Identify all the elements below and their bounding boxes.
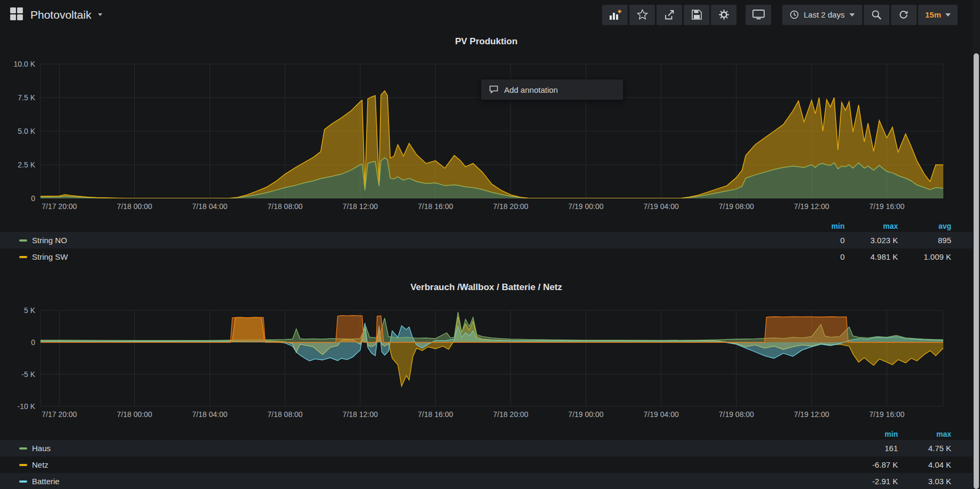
series-name[interactable]: String NO — [32, 236, 67, 245]
series-max: 4.04 K — [898, 460, 951, 469]
navbar-left: Photovoltaik — [10, 7, 102, 23]
svg-text:0: 0 — [31, 338, 35, 347]
svg-text:7/17 20:00: 7/17 20:00 — [42, 202, 77, 211]
svg-text:0: 0 — [31, 194, 35, 203]
panel-title-verbrauch[interactable]: Verbrauch /Wallbox / Batterie / Netz — [0, 282, 973, 293]
series-swatch — [19, 480, 27, 483]
settings-button[interactable] — [711, 5, 736, 25]
series-min: -2.91 K — [845, 477, 898, 486]
save-icon — [692, 10, 702, 20]
svg-text:7/19 12:00: 7/19 12:00 — [794, 202, 829, 211]
svg-text:7/18 08:00: 7/18 08:00 — [268, 410, 303, 419]
legend-row-string-no: String NO 0 3.023 K 895 — [0, 232, 973, 248]
svg-text:7/19 12:00: 7/19 12:00 — [794, 410, 829, 419]
svg-text:2.5 K: 2.5 K — [18, 161, 35, 169]
scrollbar-thumb[interactable] — [974, 53, 979, 489]
scrollbar-track — [973, 0, 980, 489]
series-max: 4.981 K — [845, 252, 898, 261]
legend-row-string-sw: String SW 0 4.981 K 1.009 K — [0, 248, 973, 265]
refresh-interval-caret-icon — [945, 13, 951, 17]
add-annotation-label: Add annotation — [504, 85, 558, 94]
legend-col-min[interactable]: min — [845, 430, 898, 438]
legend-col-min[interactable]: min — [791, 222, 845, 230]
zoom-out-button[interactable] — [864, 5, 889, 25]
time-range-label: Last 2 days — [804, 10, 845, 19]
legend-row-netz: Netz -6.87 K 4.04 K — [0, 456, 973, 473]
svg-text:7/19 16:00: 7/19 16:00 — [869, 202, 904, 211]
title-caret-icon[interactable] — [98, 13, 102, 16]
tv-mode-button[interactable] — [746, 5, 771, 25]
svg-text:5.0 K: 5.0 K — [18, 127, 35, 135]
svg-text:10.0 K: 10.0 K — [14, 60, 36, 68]
svg-text:7/18 08:00: 7/18 08:00 — [268, 202, 303, 211]
dashboard-grid-icon[interactable] — [10, 7, 23, 23]
svg-text:7/19 00:00: 7/19 00:00 — [568, 202, 603, 211]
refresh-icon — [898, 10, 909, 20]
svg-text:7/18 16:00: 7/18 16:00 — [418, 202, 453, 211]
monitor-icon — [752, 10, 765, 20]
svg-text:7.5 K: 7.5 K — [18, 93, 35, 102]
svg-text:7/18 12:00: 7/18 12:00 — [343, 410, 378, 419]
svg-text:7/19 00:00: 7/19 00:00 — [568, 410, 603, 419]
legend-header: min max — [0, 428, 973, 440]
clock-icon — [790, 10, 799, 19]
series-name[interactable]: String SW — [32, 252, 68, 261]
legend-col-max[interactable]: max — [845, 222, 898, 230]
verbrauch-chart[interactable]: 7/17 20:007/18 00:007/18 04:007/18 08:00… — [0, 296, 973, 426]
series-swatch — [19, 464, 27, 466]
legend-row-haus: Haus 161 4.75 K — [0, 440, 973, 456]
series-avg: 895 — [898, 236, 951, 245]
refresh-button[interactable] — [891, 5, 917, 25]
add-annotation-menu-item[interactable]: Add annotation — [481, 79, 623, 100]
svg-text:7/17 20:00: 7/17 20:00 — [42, 410, 77, 419]
save-button[interactable] — [684, 5, 709, 25]
magnifier-icon — [871, 10, 882, 20]
dashboard-title[interactable]: Photovoltaik — [30, 9, 91, 21]
svg-text:7/18 16:00: 7/18 16:00 — [418, 410, 453, 419]
series-max: 4.75 K — [898, 444, 951, 453]
series-avg: 1.009 K — [898, 252, 951, 261]
grafana-dashboard: Photovoltaik — [0, 0, 980, 489]
pv-produktion-chart[interactable]: 7/17 20:007/18 00:007/18 04:007/18 08:00… — [0, 47, 973, 219]
svg-text:7/19 08:00: 7/19 08:00 — [719, 410, 754, 419]
series-name[interactable]: Netz — [32, 460, 48, 469]
svg-text:7/18 20:00: 7/18 20:00 — [493, 202, 528, 211]
series-swatch — [19, 239, 27, 242]
svg-text:7/19 08:00: 7/19 08:00 — [719, 202, 754, 211]
svg-text:7/19 04:00: 7/19 04:00 — [644, 202, 679, 211]
svg-text:-5 K: -5 K — [21, 370, 35, 379]
add-panel-icon — [609, 10, 621, 20]
add-panel-button[interactable] — [602, 5, 628, 25]
legend-row-batterie: Batterie -2.91 K 3.03 K — [0, 473, 973, 489]
series-swatch — [19, 256, 27, 258]
time-range-button[interactable]: Last 2 days — [782, 5, 862, 25]
star-button[interactable] — [629, 5, 655, 25]
series-min: 161 — [845, 444, 898, 453]
series-name[interactable]: Haus — [32, 444, 51, 453]
series-min: -6.87 K — [845, 460, 898, 469]
pv-produktion-legend: min max avg String NO 0 3.023 K 895 Stri… — [0, 220, 973, 265]
legend-col-max[interactable]: max — [898, 430, 951, 438]
svg-text:7/18 00:00: 7/18 00:00 — [117, 202, 152, 211]
refresh-interval-button[interactable]: 15m — [918, 5, 958, 25]
series-max: 3.03 K — [898, 477, 951, 486]
gear-icon — [718, 9, 730, 20]
share-icon — [664, 10, 675, 20]
refresh-interval-label: 15m — [925, 10, 941, 19]
comment-bubble-icon — [489, 85, 498, 94]
series-name[interactable]: Batterie — [32, 477, 60, 486]
series-min: 0 — [791, 236, 845, 245]
svg-text:5 K: 5 K — [24, 306, 36, 315]
panel-title-pv-produktion[interactable]: PV Produktion — [0, 36, 973, 47]
svg-text:7/18 04:00: 7/18 04:00 — [192, 202, 228, 211]
legend-col-avg[interactable]: avg — [898, 222, 951, 230]
series-swatch — [19, 447, 27, 450]
navbar: Photovoltaik — [0, 0, 980, 29]
share-button[interactable] — [657, 5, 682, 25]
svg-text:7/18 04:00: 7/18 04:00 — [192, 410, 228, 419]
time-range-caret-icon — [849, 13, 855, 17]
navbar-right: Last 2 days 15m — [601, 5, 958, 25]
svg-text:7/18 00:00: 7/18 00:00 — [117, 410, 152, 419]
svg-text:-10 K: -10 K — [18, 402, 36, 411]
svg-text:7/19 16:00: 7/19 16:00 — [869, 410, 904, 419]
